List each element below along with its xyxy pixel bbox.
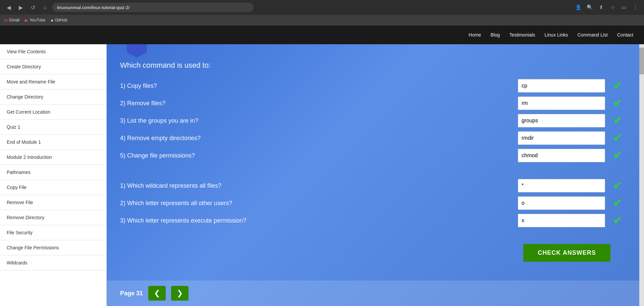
question-row-1: 1) Copy files? ✔ <box>120 79 624 93</box>
question-row-5: 5) Change file permissions? ✔ <box>120 149 624 162</box>
bookmark-youtube[interactable]: ▶ YouTube <box>25 18 45 23</box>
sidebar-item-view-file-contents[interactable]: View File Contents <box>0 44 106 59</box>
sidebar-item-pathnames[interactable]: Pathnames <box>0 165 106 180</box>
prev-page-button[interactable]: ❮ <box>148 286 166 301</box>
github-icon: ● <box>51 18 53 23</box>
check-icon-6: ✔ <box>610 179 624 192</box>
question-row-4: 4) Remove empty directories? ✔ <box>120 131 624 145</box>
check-answers-container: CHECK ANSWERS <box>120 237 624 262</box>
check-icon-2: ✔ <box>610 97 624 110</box>
answer-input-1[interactable] <box>518 79 605 93</box>
question-text-2: 2) Remove files? <box>120 100 513 107</box>
question-text-1: 1) Copy files? <box>120 82 513 89</box>
check-icon-5: ✔ <box>610 149 624 162</box>
bookmark-icon[interactable]: ☆ <box>608 3 617 12</box>
sidebar: View File Contents Create Directory Move… <box>0 44 107 306</box>
answer-input-6[interactable] <box>518 179 605 192</box>
nav-blog[interactable]: Blog <box>490 32 500 38</box>
address-bar[interactable] <box>52 3 254 12</box>
nav-contact[interactable]: Contact <box>617 32 633 38</box>
answer-input-7[interactable] <box>518 196 605 210</box>
check-icon-7: ✔ <box>610 197 624 209</box>
nav-testimonials[interactable]: Testimonials <box>509 32 535 38</box>
answer-input-5[interactable] <box>518 149 605 162</box>
sidebar-item-remove-directory[interactable]: Remove Directory <box>0 210 106 225</box>
nav-linux-links[interactable]: Linux Links <box>544 32 568 38</box>
nav-command-list[interactable]: Command List <box>577 32 607 38</box>
question-text-5: 5) Change file permissions? <box>120 152 513 159</box>
section-heading: Which command is used to: <box>120 61 624 70</box>
question-row-8: 3) Which letter represents execute permi… <box>120 214 624 227</box>
question-row-7: 2) Which letter represents all other use… <box>120 196 624 210</box>
browser-chrome: ◀ ▶ ↺ ⌂ 👤 🔍 ⬆ ☆ ▭ ⋮ <box>0 0 644 15</box>
next-arrow-icon: ❯ <box>177 289 183 298</box>
sidebar-item-module-2-intro[interactable]: Module 2 Introduction <box>0 150 106 165</box>
scrollbar-thumb[interactable] <box>639 48 644 74</box>
answer-input-2[interactable] <box>518 97 605 110</box>
question-row-2: 2) Remove files? ✔ <box>120 97 624 110</box>
site-header: Home Blog Testimonials Linux Links Comma… <box>0 25 644 44</box>
menu-icon[interactable]: ⋮ <box>631 3 640 12</box>
sidebar-item-change-directory[interactable]: Change Directory <box>0 89 106 105</box>
sidebar-item-copy-file[interactable]: Copy File <box>0 180 106 195</box>
sidebar-item-file-security[interactable]: File Security <box>0 225 106 240</box>
bookmarks-bar: M Gmail ▶ YouTube ● GitHub <box>0 15 644 25</box>
gmail-icon: M <box>4 18 8 23</box>
sidebar-item-get-current-location[interactable]: Get Current Location <box>0 105 106 120</box>
questions-group-1: 1) Copy files? ✔ 2) Remove files? ✔ 3) L… <box>120 79 624 162</box>
check-icon-3: ✔ <box>610 114 624 127</box>
check-answers-button[interactable]: CHECK ANSWERS <box>523 244 610 262</box>
check-icon-4: ✔ <box>610 132 624 144</box>
questions-group-2: 1) Which wildcard represents all files? … <box>120 179 624 227</box>
profile-icon[interactable]: 👤 <box>574 3 583 12</box>
top-chevron-decoration <box>127 44 147 58</box>
sidebar-item-quiz-1[interactable]: Quiz 1 <box>0 120 106 135</box>
sidebar-item-change-file-permissions[interactable]: Change File Permissions <box>0 240 106 255</box>
site-nav: Home Blog Testimonials Linux Links Comma… <box>469 32 633 38</box>
question-text-6: 1) Which wildcard represents all files? <box>120 182 513 189</box>
content-area: Which command is used to: 1) Copy files?… <box>107 44 644 306</box>
answer-input-4[interactable] <box>518 131 605 145</box>
question-text-8: 3) Which letter represents execute permi… <box>120 217 513 224</box>
youtube-icon: ▶ <box>25 18 28 23</box>
reload-button[interactable]: ↺ <box>28 3 38 12</box>
tab-icon[interactable]: ▭ <box>619 3 629 12</box>
question-row-6: 1) Which wildcard represents all files? … <box>120 179 624 192</box>
sidebar-item-remove-file[interactable]: Remove File <box>0 195 106 210</box>
share-icon[interactable]: ⬆ <box>596 3 606 12</box>
sidebar-item-move-rename-file[interactable]: Move and Rename File <box>0 74 106 89</box>
home-button[interactable]: ⌂ <box>40 3 50 12</box>
check-icon-8: ✔ <box>610 214 624 227</box>
prev-arrow-icon: ❮ <box>154 289 160 298</box>
question-text-4: 4) Remove empty directories? <box>120 135 513 142</box>
sidebar-item-end-of-module-1[interactable]: End of Module 1 <box>0 135 106 150</box>
main-layout: View File Contents Create Directory Move… <box>0 44 644 306</box>
next-page-button[interactable]: ❯ <box>171 286 189 301</box>
back-button[interactable]: ◀ <box>4 3 13 12</box>
answer-input-3[interactable] <box>518 114 605 127</box>
bookmark-github[interactable]: ● GitHub <box>51 18 67 23</box>
nav-home[interactable]: Home <box>469 32 481 38</box>
question-text-3: 3) List the groups you are in? <box>120 117 513 124</box>
spacer <box>120 172 624 179</box>
bookmark-gmail[interactable]: M Gmail <box>4 18 19 23</box>
forward-button[interactable]: ▶ <box>16 3 25 12</box>
sidebar-item-create-directory[interactable]: Create Directory <box>0 59 106 74</box>
page-label: Page 31 <box>120 290 143 297</box>
question-row-3: 3) List the groups you are in? ✔ <box>120 114 624 127</box>
check-icon-1: ✔ <box>610 79 624 92</box>
scrollbar-track <box>639 44 644 306</box>
pagination-bar: Page 31 ❮ ❯ <box>107 281 644 306</box>
sidebar-item-wildcards[interactable]: Wildcards <box>0 255 106 270</box>
zoom-icon[interactable]: 🔍 <box>585 3 594 12</box>
question-text-7: 2) Which letter represents all other use… <box>120 200 513 207</box>
browser-icons: 👤 🔍 ⬆ ☆ ▭ ⋮ <box>574 3 640 12</box>
answer-input-8[interactable] <box>518 214 605 227</box>
